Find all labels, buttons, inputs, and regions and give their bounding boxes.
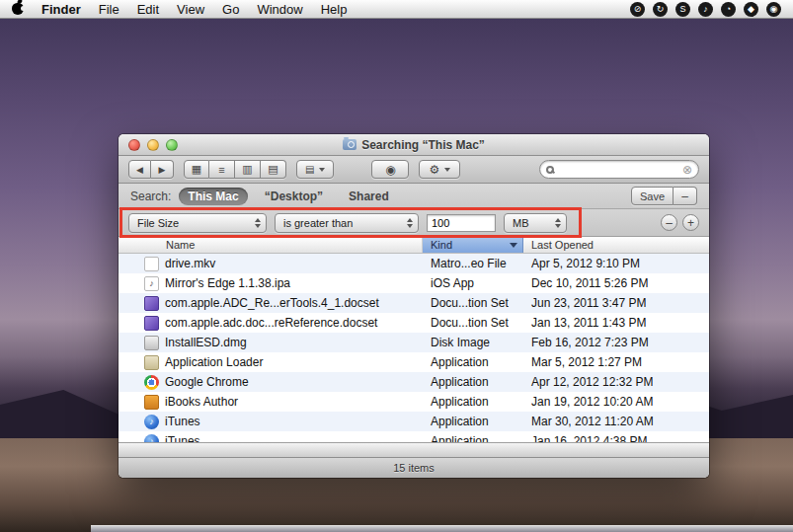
table-row[interactable]: Application Loader Application Mar 5, 20…	[119, 352, 709, 372]
column-header-kind[interactable]: Kind	[423, 237, 523, 253]
file-last-opened: Jun 23, 2011 3:47 PM	[523, 296, 709, 310]
menu-item-finder[interactable]: Finder	[41, 2, 81, 17]
menu-item-file[interactable]: File	[99, 2, 119, 17]
table-row[interactable]: ♪Mirror's Edge 1.1.38.ipa iOS App Dec 10…	[119, 273, 709, 293]
file-last-opened: Mar 5, 2012 1:27 PM	[523, 355, 709, 369]
dock-edge[interactable]	[91, 525, 793, 532]
remove-scope-button[interactable]: –	[674, 187, 697, 205]
popup-stepper-icon	[407, 218, 413, 228]
search-field[interactable]: ⊗	[539, 160, 699, 179]
search-folder-icon	[343, 139, 357, 150]
file-kind: iOS App	[423, 276, 523, 290]
column-view-button[interactable]: ▥	[235, 160, 261, 179]
table-row[interactable]: ♪iTunes Application Mar 30, 2012 11:20 A…	[119, 412, 709, 431]
menu-extra-icon[interactable]: ◉	[766, 2, 781, 17]
chevron-down-icon	[444, 168, 450, 172]
finder-search-window: Searching “This Mac” ◀ ▶ ▦ ≡ ▥ ▤ ▤ ◉ ⚙ ⊗	[119, 134, 709, 478]
table-row[interactable]: com.apple.adc.doc...reReference.docset D…	[119, 313, 709, 333]
file-name: iBooks Author	[165, 395, 238, 409]
file-last-opened: Jan 16, 2012 4:38 PM	[523, 434, 709, 442]
menu-extra-icon[interactable]: S	[675, 2, 690, 17]
back-button[interactable]: ◀	[128, 160, 151, 179]
file-last-opened: Jan 19, 2012 10:20 AM	[523, 395, 709, 409]
file-last-opened: Dec 10, 2011 5:26 PM	[523, 276, 709, 290]
file-icon	[144, 316, 159, 331]
file-kind: Application	[423, 355, 523, 369]
file-name: iTunes	[165, 434, 200, 442]
menu-extra-icon[interactable]: ⊘	[630, 2, 645, 17]
file-icon	[144, 336, 159, 350]
coverflow-view-button[interactable]: ▤	[261, 160, 286, 179]
navigation-buttons: ◀ ▶	[128, 160, 174, 179]
file-icon: ♪	[144, 434, 159, 443]
file-icon	[144, 395, 159, 410]
column-header-last-opened[interactable]: Last Opened	[523, 237, 709, 253]
popup-stepper-icon	[555, 218, 561, 228]
file-last-opened: Feb 16, 2012 7:23 PM	[523, 336, 709, 349]
window-title: Searching “This Mac”	[361, 138, 485, 152]
file-kind: Application	[423, 395, 523, 409]
scope-shared[interactable]: Shared	[340, 188, 398, 205]
menu-extra-icon[interactable]: ♪	[698, 2, 713, 17]
column-headers: Name Kind Last Opened	[119, 237, 709, 254]
horizontal-scrollbar[interactable]	[119, 442, 709, 457]
filter-attribute-popup[interactable]: File Size	[128, 213, 267, 233]
window-controls	[128, 139, 178, 151]
popup-stepper-icon	[255, 218, 261, 228]
apple-menu-icon[interactable]	[12, 3, 24, 15]
table-row[interactable]: ♪iTunes Application Jan 16, 2012 4:38 PM	[119, 431, 709, 442]
filter-value-input[interactable]	[427, 214, 496, 232]
status-bar: 15 items	[119, 457, 709, 478]
zoom-button[interactable]	[166, 139, 178, 151]
table-row[interactable]: iBooks Author Application Jan 19, 2012 1…	[119, 392, 709, 412]
file-name: com.apple.adc.doc...reReference.docset	[165, 316, 377, 330]
table-row[interactable]: drive.mkv Matro...eo File Apr 5, 2012 9:…	[119, 254, 709, 273]
file-name: drive.mkv	[165, 257, 215, 270]
menu-item-edit[interactable]: Edit	[137, 2, 159, 17]
icon-view-button[interactable]: ▦	[184, 160, 209, 179]
quick-look-button[interactable]: ◉	[371, 160, 409, 179]
menu-item-view[interactable]: View	[177, 2, 204, 17]
menu-extras: ⊘ ↻ S ♪ ◔ ◆ ◉	[630, 2, 781, 17]
file-icon: ♪	[144, 415, 159, 429]
arrange-menu-button[interactable]: ▤	[296, 160, 334, 179]
menu-extra-icon[interactable]: ↻	[653, 2, 668, 17]
menu-extra-icon[interactable]: ◔	[721, 2, 736, 17]
file-kind: Docu...tion Set	[423, 296, 523, 310]
search-input[interactable]	[558, 163, 678, 177]
file-name: Google Chrome	[165, 375, 249, 389]
table-row[interactable]: com.apple.ADC_Re...erTools.4_1.docset Do…	[119, 293, 709, 313]
remove-criterion-button[interactable]: –	[661, 214, 677, 231]
file-last-opened: Apr 5, 2012 9:10 PM	[523, 257, 709, 270]
scope-desktop[interactable]: “Desktop”	[256, 188, 332, 205]
filter-unit-popup[interactable]: MB	[504, 213, 567, 233]
list-view-button[interactable]: ≡	[209, 160, 235, 179]
menu-item-window[interactable]: Window	[257, 2, 302, 17]
menu-extra-icon[interactable]: ◆	[744, 2, 758, 17]
file-list: drive.mkv Matro...eo File Apr 5, 2012 9:…	[119, 254, 709, 442]
close-button[interactable]	[128, 139, 140, 151]
save-search-button[interactable]: Save	[631, 187, 674, 205]
table-row[interactable]: InstallESD.dmg Disk Image Feb 16, 2012 7…	[119, 333, 709, 352]
file-icon	[144, 296, 159, 311]
file-icon	[144, 257, 159, 271]
add-criterion-button[interactable]: +	[682, 214, 699, 231]
scope-actions: Save –	[631, 187, 697, 205]
action-menu-button[interactable]: ⚙	[419, 160, 460, 179]
scope-this-mac[interactable]: This Mac	[179, 188, 247, 205]
file-name: iTunes	[165, 415, 200, 428]
forward-button[interactable]: ▶	[151, 160, 174, 179]
column-header-name[interactable]: Name	[119, 237, 423, 253]
menu-item-go[interactable]: Go	[222, 2, 239, 17]
file-kind: Application	[423, 375, 523, 389]
menu-item-help[interactable]: Help	[321, 2, 348, 17]
clear-search-icon[interactable]: ⊗	[682, 164, 692, 176]
minimize-button[interactable]	[147, 139, 159, 151]
title-bar[interactable]: Searching “This Mac”	[119, 134, 709, 156]
table-row[interactable]: Google Chrome Application Apr 12, 2012 1…	[119, 372, 709, 392]
filter-operator-popup[interactable]: is greater than	[275, 213, 419, 233]
filter-row-actions: – +	[661, 214, 699, 231]
file-name: Application Loader	[165, 355, 263, 369]
file-icon	[144, 355, 159, 370]
arrange-icon: ▤	[305, 164, 314, 175]
